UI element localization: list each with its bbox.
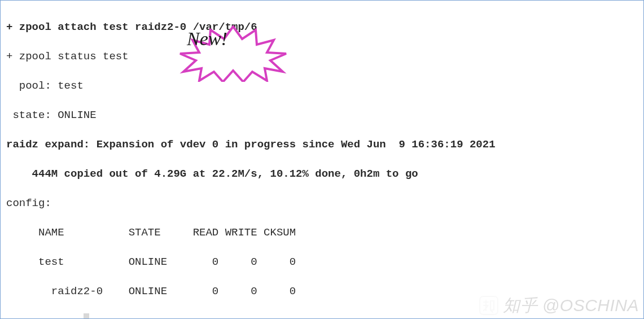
config-row: test ONLINE 0 0 0 [6, 255, 638, 269]
zhihu-icon [479, 296, 498, 315]
config-header: NAME STATE READ WRITE CKSUM [6, 225, 638, 240]
expand-line2: 444M copied out of 4.29G at 22.2M/s, 10.… [6, 167, 638, 181]
cmd-status: + zpool status test [6, 49, 638, 64]
watermark-text: 知乎 @OSCHINA [503, 298, 639, 313]
cmd-attach: + zpool attach test raidz2-0 /var/tmp/6 [6, 20, 638, 34]
terminal-output: + zpool attach test raidz2-0 /var/tmp/6 … [0, 0, 644, 319]
expand-line1: raidz expand: Expansion of vdev 0 in pro… [6, 137, 638, 152]
config-label: config: [6, 196, 638, 211]
pool-line: pool: test [6, 78, 638, 93]
ellipsis-text: ... [6, 314, 84, 319]
cursor-icon [84, 313, 89, 319]
state-line: state: ONLINE [6, 108, 638, 123]
watermark: 知乎 @OSCHINA [479, 296, 639, 315]
